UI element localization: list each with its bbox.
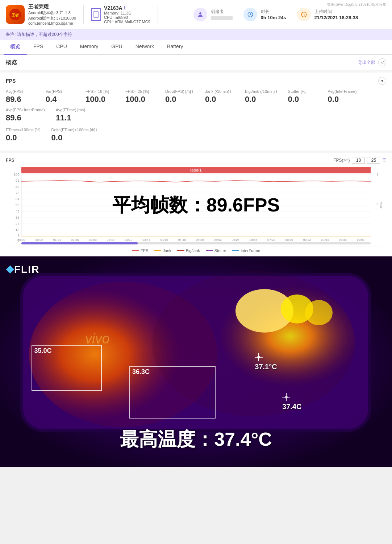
svg-text:08:00: 08:00 — [285, 238, 293, 242]
threshold-input-18[interactable] — [352, 157, 365, 164]
tab-network[interactable]: Network — [129, 40, 160, 55]
tab-battery[interactable]: Battery — [160, 40, 189, 55]
android-version: Android版本名: 3.71.1.8 — [28, 10, 76, 16]
upload-stat: 上传时间 21/12/2021 18:28:38 — [297, 8, 358, 21]
data-source-label: 数据由PerfDog(5.0.210910)版本收集 — [327, 2, 386, 7]
temp-value-35: 35.0C — [32, 346, 101, 356]
svg-text:08:32: 08:32 — [303, 238, 311, 242]
fps-chart: 平均帧数：89.6FPS label1 — [6, 165, 386, 245]
temp-box-35: 35.0C — [32, 345, 102, 391]
flir-text: FLIR — [14, 264, 39, 275]
tab-overview[interactable]: 概览 — [4, 40, 27, 55]
svg-text:82: 82 — [16, 185, 20, 189]
svg-text:04:48: 04:48 — [178, 238, 186, 242]
svg-text:10:08: 10:08 — [357, 238, 365, 242]
svg-text:05:20: 05:20 — [196, 238, 204, 242]
svg-text:64: 64 — [16, 197, 20, 201]
fps-section-header: FPS ▾ — [6, 77, 386, 85]
svg-text:王者: 王者 — [12, 13, 19, 17]
tab-memory[interactable]: Memory — [74, 40, 105, 55]
device-details: V2163A ℹ Memory: 11.3G CPU: mt6893 GPU: … — [104, 5, 150, 24]
game-title: 王者荣耀 — [28, 4, 76, 10]
legend-fps-label: FPS — [141, 248, 148, 253]
chart-legend: FPS Jank BigJank Stutter InterFrame — [6, 247, 386, 254]
svg-text:00:00: 00:00 — [17, 238, 25, 242]
svg-point-3 — [96, 16, 96, 17]
svg-text:1: 1 — [376, 173, 378, 176]
legend-fps-dot — [132, 250, 139, 251]
legend-bigjank-dot — [177, 250, 184, 251]
game-info: 王者 王者荣耀 Android版本名: 3.71.1.8 Android版本名:… — [6, 4, 76, 25]
legend-jank-label: Jank — [163, 248, 171, 253]
svg-rect-58 — [21, 242, 138, 244]
device-cpu: CPU: mt6893 — [104, 15, 128, 20]
divider-1 — [83, 5, 84, 24]
svg-text:73: 73 — [16, 191, 20, 195]
legend-stutter: Stutter — [206, 248, 226, 253]
svg-text:06:24: 06:24 — [232, 238, 240, 242]
stat-var-fps: Var(FPS) 0.4 — [46, 89, 75, 104]
tab-gpu[interactable]: GPU — [105, 40, 129, 55]
fps-stats-row2: FTime>=100ms [%] 0.0 Delta(FTime)>100ms … — [6, 128, 386, 146]
legend-fps: FPS — [132, 248, 148, 253]
note-bar: 备注: 请加描述，不超过200个字符 — [0, 29, 392, 40]
duration-icon — [243, 8, 257, 21]
flir-logo: FLIR — [7, 264, 39, 275]
stat-avg-fps-interframe: Avg(FPS+InterFrame) 89.6 — [6, 108, 45, 123]
chart-settings-icon[interactable]: ≡ — [382, 156, 386, 164]
device-info: V2163A ℹ Memory: 11.3G CPU: mt6893 GPU: … — [91, 5, 150, 24]
svg-text:36: 36 — [16, 216, 20, 219]
svg-text:09:04: 09:04 — [321, 238, 329, 242]
temp-value-371: 37.1°C — [255, 363, 277, 371]
svg-text:09:36: 09:36 — [339, 238, 347, 242]
svg-text:02:40: 02:40 — [107, 238, 115, 242]
creator-info: 创建者 — [211, 9, 233, 20]
note-text: 备注: 请加描述，不超过200个字符 — [6, 32, 72, 37]
fps-stats-row1: Avg(FPS) 89.6 Var(FPS) 0.4 FPS>=18 [%] 1… — [6, 89, 386, 126]
app-header: 数据由PerfDog(5.0.210910)版本收集 王者 王者荣耀 Andro… — [0, 0, 392, 29]
creator-value — [211, 16, 233, 20]
crosshair-371-icon — [255, 353, 263, 361]
temp-value-363: 36.3C — [130, 367, 215, 377]
stat-ftime100: FTime>=100ms [%] 0.0 — [6, 128, 41, 143]
duration-label: 时长 — [261, 9, 286, 15]
phone-icon — [91, 8, 101, 21]
fps-section: FPS ▾ Avg(FPS) 89.6 Var(FPS) 0.4 FPS>=18… — [0, 73, 392, 151]
package-name: com.tencent.tmgp.sgame — [28, 21, 76, 25]
stat-jank: Jank (/10min) ℹ 0.0 — [205, 89, 234, 104]
svg-text:05:52: 05:52 — [214, 238, 222, 242]
game-icon: 王者 — [6, 5, 25, 24]
tab-fps[interactable]: FPS — [27, 40, 50, 55]
svg-text:vivo: vivo — [85, 331, 110, 346]
chart-header: FPS FPS(>=) ≡ — [6, 156, 386, 164]
creator-stat: 创建者 — [193, 8, 233, 21]
fps-chart-container: FPS FPS(>=) ≡ 平均帧数：89.6FPS label1 — [0, 153, 392, 256]
legend-interframe: InterFrame — [232, 248, 260, 253]
collapse-button[interactable]: ◁ — [378, 58, 386, 66]
stat-fps25: FPS>=25 [%] 100.0 — [125, 89, 154, 104]
upload-info: 上传时间 21/12/2021 18:28:38 — [314, 9, 358, 20]
duration-stat: 时长 0h 10m 24s — [243, 8, 286, 21]
svg-text:Jank: Jank — [379, 202, 383, 209]
device-gpu: GPU: ARM Mali-G77 MC9 — [104, 20, 150, 24]
legend-interframe-label: InterFrame — [241, 248, 260, 253]
legend-jank: Jank — [154, 248, 171, 253]
legend-bigjank-label: BigJank — [186, 248, 200, 253]
svg-text:100: 100 — [13, 173, 19, 176]
info-icon: ℹ — [124, 5, 126, 11]
temp-box-363: 36.3C — [129, 366, 216, 419]
export-button[interactable]: 导出全部 — [358, 59, 375, 66]
tab-cpu[interactable]: CPU — [50, 40, 74, 55]
tabs-bar: 概览 FPS CPU Memory GPU Network Battery — [0, 40, 392, 55]
svg-text:55: 55 — [16, 203, 20, 207]
flir-diamond-icon — [6, 265, 14, 274]
svg-text:27: 27 — [16, 222, 20, 226]
svg-text:45: 45 — [16, 210, 20, 213]
svg-point-4 — [199, 12, 201, 15]
device-name: V2163A — [104, 5, 122, 11]
svg-text:03:12: 03:12 — [125, 238, 133, 242]
main-content: 概览 导出全部 ◁ FPS ▾ Avg(FPS) 89.6 Var(FPS) 0… — [0, 55, 392, 467]
fps-collapse-button[interactable]: ▾ — [378, 77, 386, 85]
threshold-input-25[interactable] — [367, 157, 380, 164]
svg-point-65 — [305, 300, 333, 325]
